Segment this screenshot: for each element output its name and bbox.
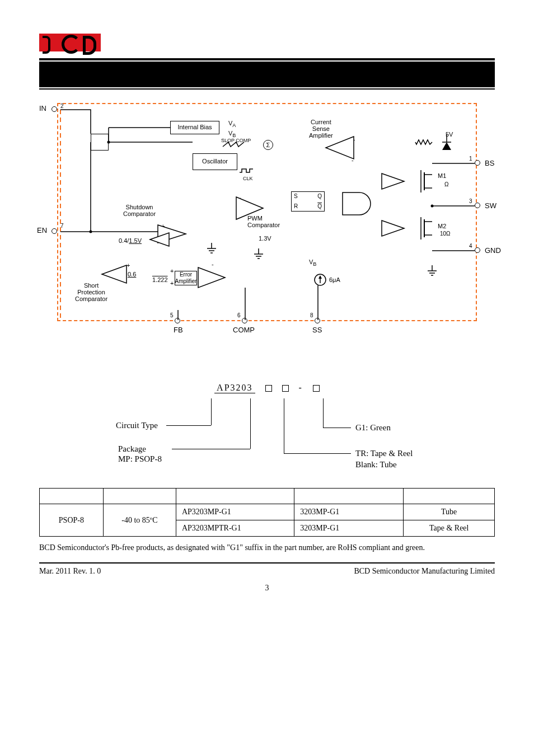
block-short-prot-label: Short Protection Comparator: [75, 282, 107, 302]
label-clk: CLK: [243, 176, 253, 181]
label-package: Package: [118, 444, 146, 454]
ordering-table: PSOP-8 -40 to 85ºC AP3203MP-G1 3203MP-G1…: [39, 488, 495, 537]
pin-ss-ring: [315, 318, 320, 323]
pin-comp-ring: [242, 318, 247, 323]
logo-b-icon: [39, 34, 59, 51]
order-box-2: [282, 385, 289, 392]
pin-en-ring: [51, 228, 57, 234]
pin-bs-label: BS: [485, 159, 494, 167]
sp-plus: +: [127, 262, 130, 269]
pin-fb-label: FB: [174, 326, 183, 334]
sd-minus: -: [161, 240, 163, 246]
block-sr-latch: S Q R Q: [291, 191, 325, 212]
block-current-sense-label: Current Sense Amplifier: [309, 119, 333, 139]
label-package-val: MP: PSOP-8: [118, 454, 162, 464]
part-number-template: AP3203 -: [93, 383, 441, 395]
label-slop-comp: SLOP COMP: [221, 138, 251, 143]
sd-plus: +: [161, 223, 165, 229]
cell-ship1: Tube: [404, 504, 495, 520]
sr-r: R: [294, 203, 298, 210]
pin-in-ring: [51, 106, 57, 112]
pin-comp-label: COMP: [233, 326, 255, 334]
label-g1: G1: Green: [355, 423, 391, 433]
table-header-row: [40, 489, 495, 504]
sr-qbar: Q: [317, 203, 322, 210]
tree-line: [284, 398, 284, 453]
logo-d-icon: [81, 34, 101, 51]
pin-en-num: 7: [60, 223, 64, 229]
pin-sw-num: 3: [469, 198, 472, 204]
ea-minus: -: [212, 261, 214, 267]
page-number: 3: [39, 584, 495, 593]
label-m1-ohm: Ω: [444, 181, 448, 187]
footer-rule: [39, 562, 495, 564]
sr-q: Q: [317, 193, 322, 200]
label-1-222: 1.222: [152, 276, 168, 283]
sr-s: S: [294, 193, 298, 200]
rohs-note: BCD Semiconductor's Pb-free products, as…: [39, 543, 495, 552]
cs-minus: -: [352, 157, 354, 163]
tree-line: [172, 449, 250, 449]
pin-sw-ring: [475, 203, 480, 208]
label-1-3v: 1.3V: [259, 235, 271, 242]
page-footer: Mar. 2011 Rev. 1. 0 BCD Semiconductor Ma…: [39, 567, 495, 576]
label-blank: Blank: Tube: [355, 460, 397, 469]
pin-bs-num: 1: [469, 156, 472, 162]
pin-ss-num: 8: [310, 312, 313, 318]
label-vb2: VB: [309, 259, 316, 267]
ea-plus1: +: [170, 267, 174, 274]
pin-gnd-ring: [475, 247, 480, 253]
bcd-logo: [39, 34, 495, 51]
ea-plus2: +: [170, 280, 174, 287]
title-blackbar: [39, 62, 495, 87]
cell-temp: -40 to 85ºC: [103, 504, 176, 537]
label-circuit-type: Circuit Type: [116, 421, 158, 430]
cell-part1: AP3203MP-G1: [176, 504, 294, 520]
tree-line: [250, 398, 251, 449]
pin-fb-num: 5: [170, 312, 174, 318]
label-0-6: 0.6: [128, 271, 136, 278]
chip-boundary: [57, 103, 477, 321]
functional-block-diagram: IN 2 EN 7 1 BS 3 SW 4 GND 5 FB 6 COMP 8 …: [40, 103, 494, 349]
label-m2-ohm: 10Ω: [440, 231, 451, 237]
block-shutdown-label: Shutdown Comparator: [123, 204, 156, 217]
pin-gnd-label: GND: [485, 246, 501, 255]
tree-line: [323, 428, 351, 428]
sigma-node: Σ: [263, 140, 273, 150]
pin-sw-label: SW: [485, 201, 496, 210]
pin-ss-label: SS: [312, 326, 322, 334]
pin-comp-num: 6: [237, 312, 241, 318]
top-rule-thick: [39, 58, 495, 60]
cell-mark2: 3203MP-G1: [294, 520, 404, 537]
tree-line: [211, 398, 212, 425]
pin-fb-ring: [175, 318, 180, 323]
pin-in-num: 2: [60, 103, 64, 109]
label-vb: VB: [228, 130, 236, 138]
pwm-plus: +: [238, 196, 242, 203]
top-rule-thin: [39, 88, 495, 90]
label-tr: TR: Tape & Reel: [355, 449, 413, 458]
block-unnamed-top: [91, 134, 109, 151]
footer-right: BCD Semiconductor Manufacturing Limited: [354, 567, 495, 576]
order-box-3: [313, 385, 320, 392]
label-m2: M2: [438, 223, 446, 229]
tree-line: [323, 398, 324, 428]
pin-en-label: EN: [37, 226, 47, 234]
tree-line: [166, 425, 211, 426]
cell-part2: AP3203MPTR-G1: [176, 520, 294, 537]
ordering-info: AP3203 - Circuit Type Package MP: PSOP-8…: [93, 383, 441, 477]
order-box-1: [265, 385, 272, 392]
pin-bs-ring: [475, 160, 480, 166]
label-0-4: 0.4/1.5V: [119, 237, 142, 244]
table-row: PSOP-8 -40 to 85ºC AP3203MP-G1 3203MP-G1…: [40, 504, 495, 520]
block-error-amp: Error Amplifier: [175, 271, 197, 285]
block-oscillator: Oscillator: [193, 153, 237, 170]
block-internal-bias: Internal Bias: [170, 121, 219, 134]
label-m1: M1: [438, 172, 446, 179]
footer-left: Mar. 2011 Rev. 1. 0: [39, 567, 101, 576]
label-va: VA: [228, 120, 236, 128]
pwm-minus: -: [238, 212, 241, 218]
ordering-tree: Circuit Type Package MP: PSOP-8 G1: Gree…: [93, 398, 441, 477]
cell-mark1: 3203MP-G1: [294, 504, 404, 520]
cell-package: PSOP-8: [40, 504, 104, 537]
